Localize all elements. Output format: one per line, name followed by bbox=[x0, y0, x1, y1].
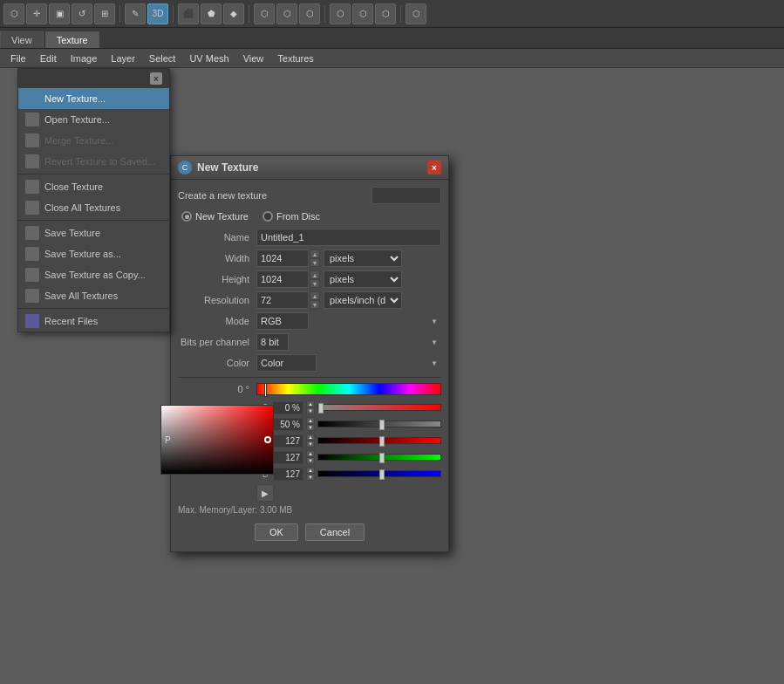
color-select[interactable]: Color Black White Transparent bbox=[256, 354, 317, 372]
toolbar-icon-6[interactable]: ✎ bbox=[125, 3, 146, 24]
channel-b-input[interactable] bbox=[273, 468, 303, 481]
revert-texture-icon bbox=[25, 154, 39, 168]
menu-uvmesh[interactable]: UV Mesh bbox=[182, 51, 235, 65]
toolbar-icon-12[interactable]: ⬡ bbox=[299, 3, 320, 24]
channel-g-spin: ▲ ▼ bbox=[306, 450, 315, 464]
channel-r-spin: ▲ ▼ bbox=[306, 434, 315, 448]
toolbar-icon-14[interactable]: ⬡ bbox=[352, 3, 373, 24]
radio-new-texture[interactable]: New Texture bbox=[181, 211, 249, 222]
dropdown-item-close-texture[interactable]: Close Texture bbox=[18, 176, 169, 197]
name-input[interactable] bbox=[256, 229, 441, 246]
channel-v-down[interactable]: ▼ bbox=[306, 424, 315, 431]
width-input[interactable] bbox=[256, 250, 309, 267]
toolbar-icon-13[interactable]: ⬡ bbox=[330, 3, 351, 24]
width-spinner: ▲ ▼ pixels cm mm inches bbox=[256, 250, 441, 267]
channel-s-down[interactable]: ▼ bbox=[306, 407, 315, 414]
toolbar-icon-3d[interactable]: 3D bbox=[147, 3, 168, 24]
menu-file[interactable]: File bbox=[3, 51, 33, 65]
channel-g-track[interactable] bbox=[317, 454, 441, 461]
menu-view[interactable]: View bbox=[236, 51, 271, 65]
tab-view[interactable]: View bbox=[0, 31, 44, 48]
color-arrow: ▼ bbox=[431, 359, 438, 367]
menu-layer[interactable]: Layer bbox=[104, 51, 142, 65]
toolbar-icon-15[interactable]: ⬡ bbox=[375, 3, 396, 24]
channel-v-input[interactable] bbox=[273, 418, 303, 431]
color-wrapper: Color Black White Transparent ▼ bbox=[256, 354, 441, 372]
height-unit-select[interactable]: pixels cm mm inches bbox=[324, 270, 402, 288]
channel-b-track[interactable] bbox=[317, 470, 441, 477]
toolbar-icon-4[interactable]: ↺ bbox=[72, 3, 92, 24]
dropdown-close-button[interactable]: × bbox=[150, 72, 162, 85]
sv-picker[interactable]: P bbox=[160, 405, 274, 475]
channel-g-input[interactable] bbox=[273, 451, 303, 464]
width-down-arrow[interactable]: ▼ bbox=[310, 258, 320, 267]
bpc-label: Bits per channel bbox=[178, 337, 256, 347]
tab-texture[interactable]: Texture bbox=[45, 31, 99, 48]
bpc-select[interactable]: 8 bit 16 bit 32 bit bbox=[256, 333, 289, 351]
menu-image[interactable]: Image bbox=[64, 51, 105, 65]
dropdown-item-open-texture[interactable]: Open Texture... bbox=[18, 109, 169, 130]
channel-r-down[interactable]: ▼ bbox=[306, 441, 315, 448]
toolbar-icon-7[interactable]: ⬛ bbox=[178, 3, 199, 24]
hue-slider-container[interactable] bbox=[256, 383, 441, 395]
channel-g-up[interactable]: ▲ bbox=[306, 450, 315, 457]
toolbar-icon-3[interactable]: ▣ bbox=[49, 3, 70, 24]
channel-r-up[interactable]: ▲ bbox=[306, 434, 315, 441]
toolbar-icon-9[interactable]: ◆ bbox=[223, 3, 244, 24]
res-down-arrow[interactable]: ▼ bbox=[310, 300, 320, 309]
dropdown-item-save-all[interactable]: Save All Textures bbox=[18, 285, 169, 306]
menu-edit[interactable]: Edit bbox=[33, 51, 64, 65]
merge-texture-icon bbox=[25, 133, 39, 147]
mode-select[interactable]: RGB CMYK Grayscale bbox=[256, 312, 309, 330]
channel-s-spin: ▲ ▼ bbox=[306, 400, 315, 414]
menu-textures[interactable]: Textures bbox=[270, 51, 321, 65]
toolbar-icon-11[interactable]: ⬡ bbox=[276, 3, 297, 24]
mode-arrow: ▼ bbox=[431, 318, 438, 325]
channel-sliders: S ▲ ▼ V bbox=[260, 399, 441, 481]
width-up-arrow[interactable]: ▲ bbox=[310, 250, 320, 258]
toolbar-sep-3 bbox=[249, 5, 249, 23]
toolbar-icon-5[interactable]: ⊞ bbox=[94, 3, 115, 24]
width-unit-select[interactable]: pixels cm mm inches bbox=[324, 250, 402, 267]
mode-label: Mode bbox=[178, 316, 256, 326]
height-input[interactable] bbox=[256, 270, 309, 288]
toolbar-icon-10[interactable]: ⬡ bbox=[254, 3, 275, 24]
height-up-arrow[interactable]: ▲ bbox=[310, 270, 320, 279]
toolbar-icon-2[interactable]: ✛ bbox=[26, 3, 47, 24]
dropdown-item-save-texture[interactable]: Save Texture bbox=[18, 222, 169, 243]
dropdown-item-close-all[interactable]: Close All Textures bbox=[18, 197, 169, 218]
width-row: Width ▲ ▼ pixels cm mm inches bbox=[178, 250, 441, 267]
channel-v-up[interactable]: ▲ bbox=[306, 417, 315, 424]
resolution-input[interactable] bbox=[256, 291, 309, 309]
hue-bar[interactable] bbox=[256, 383, 441, 395]
channel-v-track[interactable] bbox=[317, 421, 441, 428]
channel-b-down[interactable]: ▼ bbox=[306, 474, 315, 481]
channel-b-up[interactable]: ▲ bbox=[306, 467, 315, 474]
res-up-arrow[interactable]: ▲ bbox=[310, 291, 320, 300]
channel-r-track[interactable] bbox=[317, 437, 441, 444]
toolbar-icon-1[interactable]: ⬡ bbox=[3, 3, 24, 24]
height-spinner: ▲ ▼ pixels cm mm inches bbox=[256, 270, 441, 288]
channel-g-down[interactable]: ▼ bbox=[306, 457, 315, 464]
radio-from-disc[interactable]: From Disc bbox=[262, 211, 320, 222]
channel-s-up[interactable]: ▲ bbox=[306, 400, 315, 407]
channel-r-input[interactable] bbox=[273, 434, 303, 448]
toolbar-icon-8[interactable]: ⬟ bbox=[201, 3, 222, 24]
channel-s-input[interactable] bbox=[273, 401, 303, 414]
mode-row: Mode RGB CMYK Grayscale ▼ bbox=[178, 312, 441, 330]
cancel-button[interactable]: Cancel bbox=[305, 523, 365, 541]
textures-dropdown: × New Texture... Open Texture... Merge T… bbox=[17, 68, 170, 332]
dialog-close-button[interactable]: × bbox=[427, 161, 441, 174]
height-down-arrow[interactable]: ▼ bbox=[310, 279, 320, 288]
play-button[interactable]: ▶ bbox=[256, 484, 274, 502]
dropdown-item-recent-files[interactable]: Recent Files bbox=[18, 311, 169, 332]
dropdown-item-save-as[interactable]: Save Texture as... bbox=[18, 243, 169, 264]
ok-button[interactable]: OK bbox=[255, 523, 298, 541]
width-label: Width bbox=[178, 253, 256, 263]
dropdown-item-new-texture[interactable]: New Texture... bbox=[18, 88, 169, 109]
channel-s-track[interactable] bbox=[317, 404, 441, 411]
dropdown-item-save-copy[interactable]: Save Texture as Copy... bbox=[18, 264, 169, 285]
toolbar-icon-16[interactable]: ⬡ bbox=[406, 3, 426, 24]
resolution-unit-select[interactable]: pixels/inch (dpi) pixels/cm bbox=[324, 291, 402, 309]
menu-select[interactable]: Select bbox=[142, 51, 183, 65]
